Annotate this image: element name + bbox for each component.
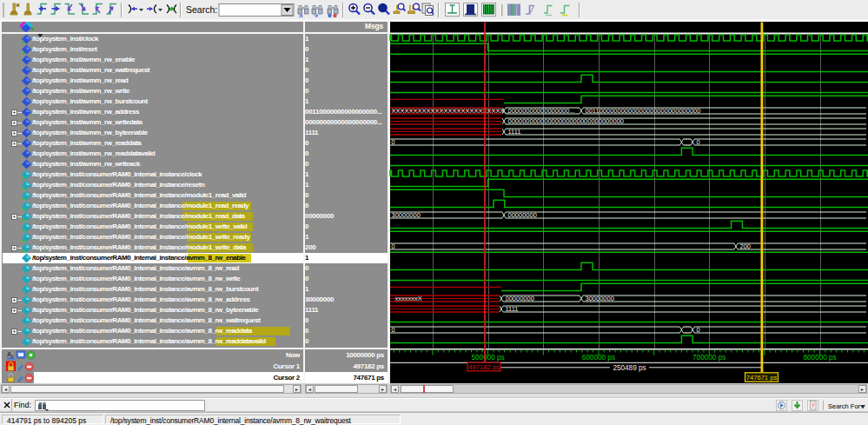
svg-text:Search:: Search: <box>186 4 217 15</box>
